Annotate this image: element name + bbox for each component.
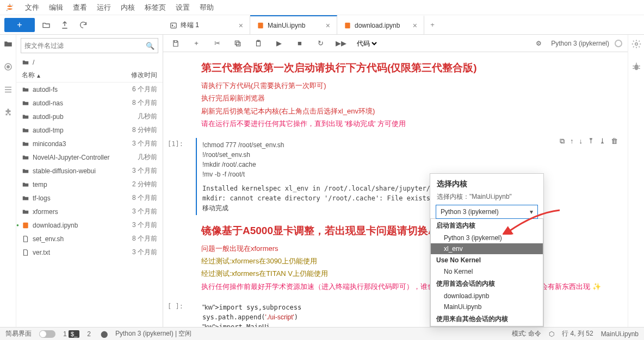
- celltype-select[interactable]: 代码: [355, 39, 379, 48]
- status-count-a[interactable]: 1 $_: [63, 330, 79, 338]
- status-simple-ui[interactable]: 简易界面: [5, 329, 32, 338]
- menu-edit[interactable]: 编辑: [45, 1, 67, 15]
- save-icon[interactable]: [169, 36, 183, 51]
- kernel-select[interactable]: Python 3 (ipykernel): [436, 205, 538, 219]
- file-time: 几秒前: [119, 112, 157, 121]
- cut-icon[interactable]: ✂: [210, 36, 224, 51]
- breadcrumb[interactable]: /: [16, 56, 163, 68]
- md-line: 经过测试:xformers在TITAN V上仍能使用: [201, 267, 623, 280]
- status-count-b[interactable]: 2: [87, 330, 91, 338]
- move-down-icon[interactable]: ↓: [579, 137, 583, 146]
- jupyter-logo: [4, 2, 15, 13]
- tab-MainUi-ipynb[interactable]: MainUi.ipynb×: [250, 15, 337, 34]
- status-kernel[interactable]: Python 3 (ipykernel) | 空闲: [115, 329, 192, 338]
- menu-tabs[interactable]: 标签页: [140, 1, 170, 15]
- debugger-icon[interactable]: [629, 60, 643, 74]
- file-time: 3 个月前: [119, 207, 157, 216]
- file-row[interactable]: stable-diffusion-webui3 个月前: [16, 164, 163, 178]
- insert-below-icon[interactable]: ⤓: [599, 137, 605, 146]
- status-mode: 模式: 命令: [512, 329, 542, 338]
- svg-rect-3: [171, 23, 177, 28]
- svg-rect-10: [235, 41, 239, 45]
- file-row[interactable]: autodl-fs6 个月前: [16, 83, 163, 96]
- dropdown-item[interactable]: No Kernel: [431, 266, 543, 277]
- kernel-status-icon[interactable]: [615, 40, 622, 47]
- file-row[interactable]: set_env.sh8 个月前: [16, 232, 163, 245]
- file-row[interactable]: temp2 分钟前: [16, 178, 163, 191]
- file-row[interactable]: autodl-tmp8 分钟前: [16, 123, 163, 137]
- status-file: MainUi.ipynb: [601, 330, 639, 338]
- tab-label: 终端 1: [181, 21, 234, 30]
- toc-tab-icon[interactable]: [1, 83, 15, 97]
- close-icon[interactable]: ×: [413, 21, 417, 30]
- file-row[interactable]: tf-logs8 个月前: [16, 191, 163, 205]
- dropdown-item[interactable]: download.ipynb: [431, 291, 543, 301]
- menu-help[interactable]: 帮助: [195, 1, 218, 15]
- status-cursor: 行 4, 列 52: [562, 329, 593, 338]
- run-all-icon[interactable]: ▶▶: [334, 36, 348, 51]
- code-cell-content[interactable]: "kw">import sys,subprocess sys.path.appe…: [197, 300, 623, 327]
- name-column-header[interactable]: 名称: [22, 71, 35, 80]
- dropdown-item[interactable]: MainUi.ipynb: [431, 301, 543, 312]
- kernel-name[interactable]: Python 3 (ipykernel): [551, 40, 609, 47]
- menu-view[interactable]: 查看: [69, 1, 91, 15]
- md-line: 执行完后刷新浏览器: [201, 92, 623, 104]
- menu-file[interactable]: 文件: [21, 1, 44, 15]
- open-jupytext-icon[interactable]: ⚙: [531, 36, 546, 51]
- file-row[interactable]: download.ipynb3 个月前: [16, 218, 163, 232]
- search-icon: 🔍: [146, 42, 154, 50]
- simple-ui-toggle[interactable]: [39, 330, 55, 338]
- file-row[interactable]: miniconda33 个月前: [16, 137, 163, 150]
- svg-point-13: [635, 43, 637, 46]
- new-tab-button[interactable]: +: [424, 15, 441, 34]
- extension-tab-icon[interactable]: [1, 105, 15, 119]
- upload-icon[interactable]: [58, 18, 72, 32]
- notification-icon[interactable]: ⬡: [549, 330, 554, 338]
- add-cell-icon[interactable]: +: [189, 36, 203, 51]
- duplicate-cell-icon[interactable]: ⧉: [560, 137, 565, 146]
- menu-run[interactable]: 运行: [92, 1, 115, 15]
- stop-icon[interactable]: ■: [293, 36, 307, 51]
- svg-rect-9: [237, 42, 240, 46]
- run-icon[interactable]: ▶: [272, 36, 286, 51]
- close-icon[interactable]: ×: [326, 21, 330, 30]
- restart-icon[interactable]: ↻: [313, 36, 327, 51]
- file-row[interactable]: xformers3 个月前: [16, 205, 163, 218]
- file-row[interactable]: autodl-pub几秒前: [16, 110, 163, 123]
- property-inspector-icon[interactable]: [629, 37, 643, 51]
- notebook-icon: [257, 22, 264, 29]
- file-row[interactable]: ver.txt3 个月前: [16, 245, 163, 259]
- menu-settings[interactable]: 设置: [171, 1, 194, 15]
- dropdown-item[interactable]: Python 3 (ipykernel): [431, 232, 543, 243]
- svg-point-14: [634, 65, 639, 71]
- svg-rect-4: [258, 22, 263, 28]
- md-heading-1: 第三代整合版第一次启动请执行下方代码(仅限第三代整合版): [201, 61, 623, 75]
- close-icon[interactable]: ×: [239, 21, 243, 30]
- new-launcher-button[interactable]: +: [4, 18, 35, 32]
- file-time: 3 个月前: [119, 221, 157, 230]
- copy-icon[interactable]: [231, 36, 245, 51]
- file-row[interactable]: autodl-nas8 个月前: [16, 96, 163, 110]
- notebook-icon: [344, 22, 351, 29]
- folder-tab-icon[interactable]: [1, 37, 15, 51]
- tab--1[interactable]: 终端 1×: [163, 15, 250, 34]
- refresh-icon[interactable]: [76, 18, 90, 32]
- dialog-title: 选择内核: [430, 174, 543, 192]
- new-folder-icon[interactable]: [39, 18, 53, 32]
- file-row[interactable]: NovelAI-Jupyter-Controller几秒前: [16, 150, 163, 164]
- running-tab-icon[interactable]: [1, 60, 15, 74]
- file-filter-input[interactable]: 🔍: [21, 38, 158, 53]
- select-kernel-dialog: 选择内核 选择内核："MainUi.ipynb" Python 3 (ipyke…: [430, 173, 544, 327]
- file-time: 2 分钟前: [119, 180, 157, 189]
- move-up-icon[interactable]: ↑: [570, 137, 574, 146]
- insert-above-icon[interactable]: ⤒: [588, 137, 594, 146]
- menu-kernel[interactable]: 内核: [116, 1, 139, 15]
- svg-rect-5: [345, 22, 350, 28]
- delete-cell-icon[interactable]: 🗑: [611, 137, 618, 146]
- time-column-header[interactable]: 修改时间: [119, 71, 157, 80]
- svg-point-1: [7, 10, 8, 11]
- paste-icon[interactable]: [251, 36, 265, 51]
- tab-download-ipynb[interactable]: download.ipynb×: [337, 15, 424, 34]
- sort-asc-icon[interactable]: ▴: [37, 72, 40, 79]
- dropdown-item[interactable]: xl_env: [431, 243, 543, 254]
